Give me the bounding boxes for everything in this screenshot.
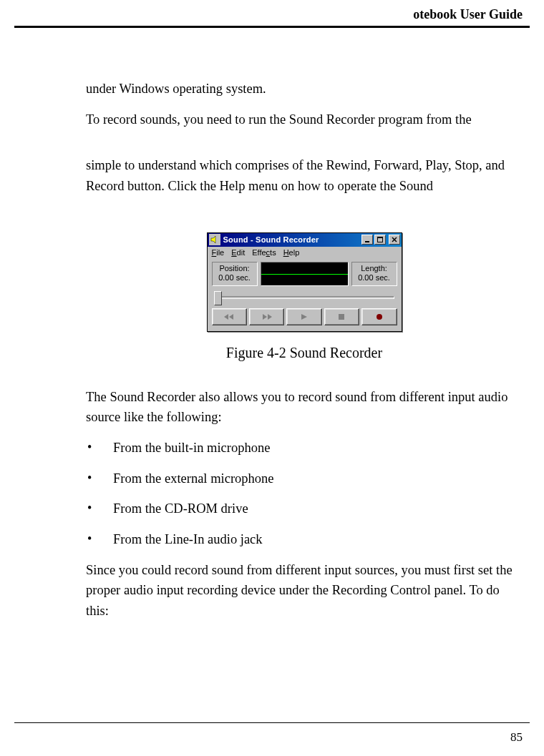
svg-marker-7 (224, 314, 228, 320)
speaker-icon (209, 234, 220, 245)
slider-track (215, 296, 394, 299)
menu-help[interactable]: Help (283, 248, 300, 257)
info-row: Position: 0.00 sec. Length: 0.00 sec. (212, 262, 397, 286)
seek-slider[interactable] (212, 290, 397, 305)
svg-rect-11 (339, 314, 344, 320)
content-area: under Windows operating system. To recor… (86, 79, 523, 632)
paragraph: Since you could record sound from differ… (86, 560, 523, 622)
figure-caption: Figure 4-2 Sound Recorder (226, 345, 382, 361)
list-item: From the CD-ROM drive (86, 499, 523, 519)
page: otebook User Guide under Windows operati… (0, 0, 544, 756)
paragraph: The Sound Recorder also allows you to re… (86, 387, 523, 428)
position-label: Position: (215, 264, 254, 274)
menu-edit[interactable]: Edit (231, 248, 245, 257)
titlebar[interactable]: Sound - Sound Recorder (208, 233, 402, 247)
sound-recorder-window: Sound - Sound Recorder File Edit Effects (207, 232, 402, 332)
transport-buttons (212, 308, 397, 325)
header-rule (14, 26, 530, 28)
list-item: From the built-in microphone (86, 438, 523, 458)
menu-file[interactable]: File (212, 248, 225, 257)
minimize-button[interactable] (361, 235, 373, 245)
svg-rect-3 (377, 237, 383, 238)
maximize-button[interactable] (374, 235, 386, 245)
slider-thumb[interactable] (214, 291, 222, 305)
menu-effects[interactable]: Effects (252, 248, 276, 257)
length-panel: Length: 0.00 sec. (351, 262, 397, 286)
window-title: Sound - Sound Recorder (223, 235, 360, 244)
record-button[interactable] (361, 308, 397, 325)
paragraph: simple to understand which comprises of … (86, 155, 523, 196)
list-item: From the Line-In audio jack (86, 529, 523, 550)
length-value: 0.00 sec. (355, 273, 394, 283)
running-header: otebook User Guide (413, 7, 523, 22)
bullet-list: From the built-in microphone From the ex… (86, 438, 523, 550)
svg-marker-0 (211, 236, 215, 243)
stop-button[interactable] (324, 308, 359, 325)
rewind-button[interactable] (212, 308, 247, 325)
page-number: 85 (510, 730, 523, 745)
paragraph: under Windows operating system. (86, 79, 523, 99)
svg-marker-9 (268, 314, 272, 320)
position-panel: Position: 0.00 sec. (212, 262, 258, 286)
footer-rule (14, 722, 530, 723)
position-value: 0.00 sec. (215, 273, 254, 283)
svg-marker-6 (229, 314, 233, 320)
svg-rect-1 (365, 241, 369, 242)
menubar: File Edit Effects Help (208, 247, 402, 259)
play-button[interactable] (286, 308, 321, 325)
window-body: Position: 0.00 sec. Length: 0.00 sec. (208, 259, 402, 331)
waveform-display (261, 262, 349, 286)
length-label: Length: (355, 264, 394, 274)
svg-marker-8 (263, 314, 267, 320)
close-button[interactable] (389, 235, 400, 245)
svg-marker-10 (301, 314, 307, 320)
figure: Sound - Sound Recorder File Edit Effects (86, 232, 523, 380)
paragraph: To record sounds, you need to run the So… (86, 109, 523, 130)
forward-button[interactable] (249, 308, 284, 325)
svg-point-12 (377, 314, 382, 320)
list-item: From the external microphone (86, 468, 523, 489)
spacer (86, 139, 523, 155)
